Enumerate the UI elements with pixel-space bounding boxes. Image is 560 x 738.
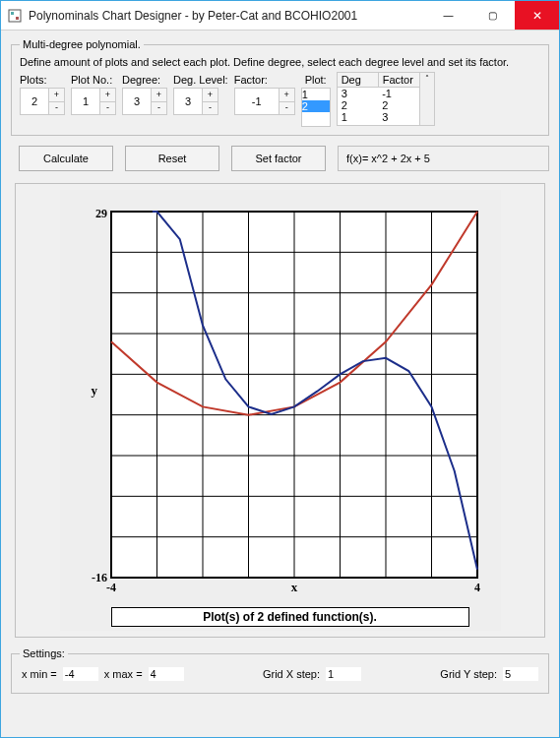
maximize-button[interactable]: ▢ [470,1,515,30]
polynomial-group: Multi-degree polynomial. Define amount o… [11,38,549,136]
plotno-down-button[interactable]: - [100,102,115,115]
settings-row: x min = x max = Grid X step: Grid Y step… [20,663,540,685]
plotno-input[interactable] [72,89,99,114]
plot-listbox[interactable]: 1 2 [301,88,331,127]
settings-legend: Settings: [20,647,68,659]
polynomial-chart: 29-16y-44x [64,194,497,607]
formula-display: f(x)= x^2 + 2x + 5 [338,146,549,171]
degree-spinner: + - [122,88,167,115]
degree-up-button[interactable]: + [152,89,166,102]
table-scrollbar[interactable]: ˄ [419,73,434,125]
instruction-text: Define amount of plots and select each p… [20,56,540,68]
app-icon [7,8,23,24]
plotno-col: Plot No.: + - [71,74,116,115]
deglevel-up-button[interactable]: + [203,89,218,102]
deglevel-col: Deg. Level: + - [173,74,228,115]
plots-up-button[interactable]: + [49,89,64,102]
plotno-up-button[interactable]: + [100,89,115,102]
window-buttons: — ▢ ✕ [426,1,559,30]
chart-frame: 29-16y-44x Plot(s) of 2 defined function… [15,183,545,638]
scroll-up-icon[interactable]: ˄ [425,74,429,83]
plotno-spinner: + - [71,88,116,115]
settings-group: Settings: x min = x max = Grid X step: G… [11,647,549,694]
table-row[interactable]: 2 2 [338,99,419,111]
degree-label: Degree: [122,74,160,86]
polynomial-group-legend: Multi-degree polynomial. [20,38,144,50]
close-button[interactable]: ✕ [515,1,559,30]
set-factor-button[interactable]: Set factor [231,146,326,171]
action-row: Calculate Reset Set factor f(x)= x^2 + 2… [19,146,549,171]
degree-down-button[interactable]: - [152,102,166,115]
plotno-label: Plot No.: [71,74,112,86]
table-row[interactable]: 3 -1 [338,88,419,99]
degree-input[interactable] [123,89,151,114]
plots-col: Plots: + - [20,74,65,115]
deg-table-col: Deg Factor 3 -1 2 2 [337,74,435,126]
svg-text:-4: -4 [106,581,116,594]
plot-list-label: Plot: [301,74,331,86]
svg-rect-2 [16,17,19,20]
factor-input[interactable] [235,89,279,114]
deg-factor-table[interactable]: Deg Factor 3 -1 2 2 [337,72,435,126]
plots-label: Plots: [20,74,47,86]
svg-text:29: 29 [95,207,107,220]
svg-text:-16: -16 [92,571,107,584]
deglevel-spinner: + - [173,88,218,115]
xmax-label: x max = [104,668,143,680]
plots-input[interactable] [21,89,48,114]
plots-spinner: + - [20,88,65,115]
plot-list-item[interactable]: 1 [302,89,330,100]
chart-caption: Plot(s) of 2 defined function(s). [111,607,469,627]
table-row[interactable]: 1 3 [338,111,419,123]
gridy-label: Grid Y step: [440,668,497,680]
plot-list-col: Plot: 1 2 [301,74,331,127]
xmax-input[interactable] [149,667,184,681]
deglevel-label: Deg. Level: [173,74,228,86]
factor-col: Factor: + - [234,74,295,115]
gridx-label: Grid X step: [263,668,320,680]
xmin-label: x min = [22,668,57,680]
svg-rect-0 [9,10,21,22]
config-row: Plots: + - Plot No.: + [20,74,540,127]
chart-inner: 29-16y-44x Plot(s) of 2 defined function… [60,190,501,631]
factor-spinner: + - [234,88,295,115]
plots-down-button[interactable]: - [49,102,64,115]
reset-button[interactable]: Reset [125,146,219,171]
calculate-button[interactable]: Calculate [19,146,113,171]
gridx-input[interactable] [326,667,361,681]
degree-col: Degree: + - [122,74,167,115]
app-window: Polynominals Chart Designer - by Peter-C… [0,0,560,738]
deg-header: Deg [338,73,379,87]
factor-up-button[interactable]: + [280,89,294,102]
titlebar: Polynominals Chart Designer - by Peter-C… [1,1,559,31]
deglevel-input[interactable] [174,89,202,114]
plot-list-item[interactable]: 2 [302,100,330,112]
window-title: Polynominals Chart Designer - by Peter-C… [29,9,426,23]
xmin-input[interactable] [63,667,98,681]
svg-text:x: x [290,580,297,594]
svg-text:4: 4 [474,581,480,594]
factor-down-button[interactable]: - [280,102,294,115]
svg-rect-1 [11,12,14,15]
svg-text:y: y [91,383,97,398]
gridy-input[interactable] [503,667,538,681]
deglevel-down-button[interactable]: - [203,102,218,115]
factor-label: Factor: [234,74,268,86]
client-area: Multi-degree polynomial. Define amount o… [1,31,559,737]
minimize-button[interactable]: — [426,1,470,30]
factor-header: Factor [379,73,419,87]
